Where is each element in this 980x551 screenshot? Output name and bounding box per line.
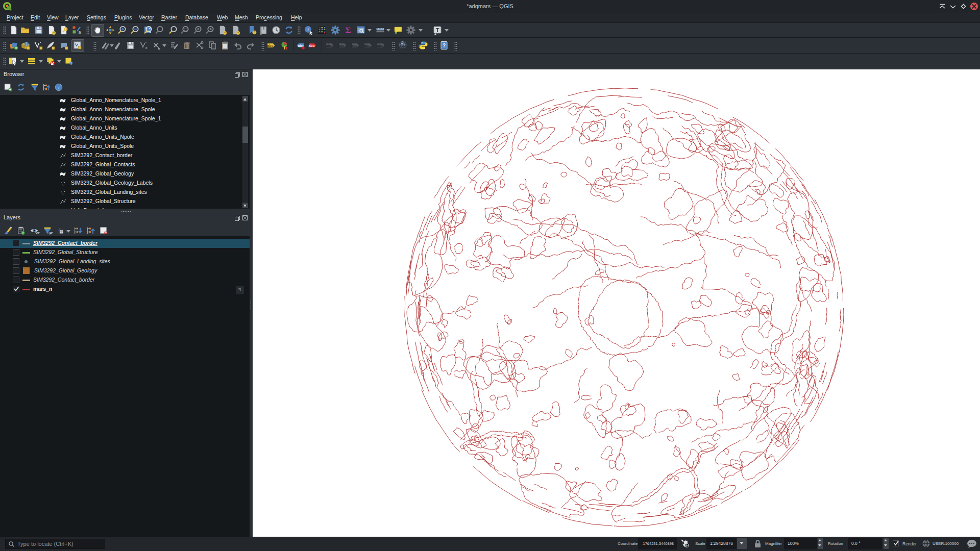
svg-text:abc: abc bbox=[267, 44, 273, 47]
svg-text:abc: abc bbox=[326, 44, 332, 47]
svg-text:T: T bbox=[436, 27, 439, 33]
svg-text:abc: abc bbox=[351, 44, 357, 47]
svg-text:abc: abc bbox=[338, 44, 345, 47]
svg-text:*: * bbox=[237, 31, 239, 35]
svg-text:abc: abc bbox=[308, 44, 314, 47]
svg-text:*: * bbox=[224, 31, 226, 35]
svg-text:abc: abc bbox=[377, 44, 383, 47]
svg-text:*: * bbox=[254, 30, 255, 35]
svg-text:Σ: Σ bbox=[345, 26, 351, 35]
svg-text:*: * bbox=[53, 31, 55, 35]
svg-text:abc: abc bbox=[364, 44, 370, 47]
svg-text:?: ? bbox=[443, 43, 446, 48]
svg-text:i: i bbox=[58, 85, 60, 90]
svg-text:a: a bbox=[79, 30, 81, 35]
svg-text:1:1: 1:1 bbox=[183, 28, 188, 31]
